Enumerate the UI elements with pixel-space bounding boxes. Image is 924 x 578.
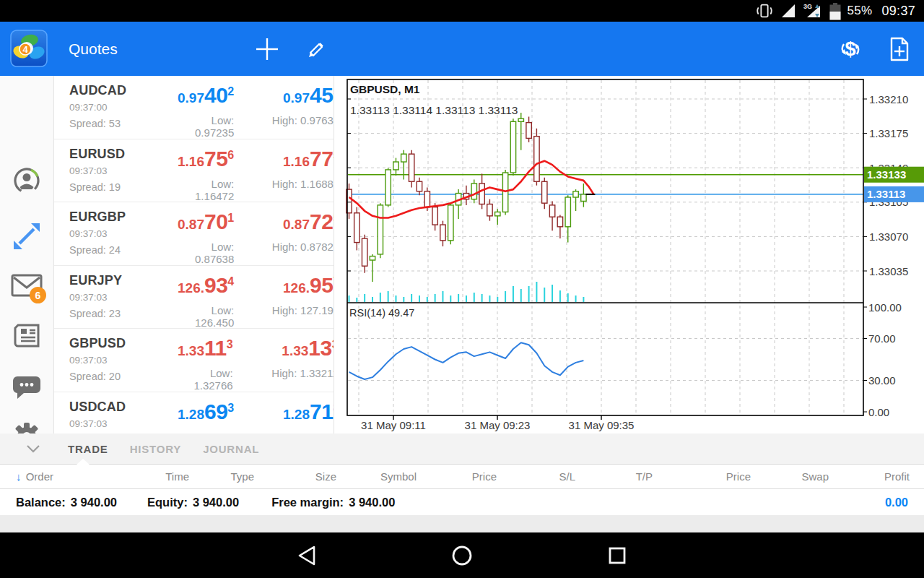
back-triangle-icon	[297, 545, 316, 566]
sidebar-item-settings[interactable]	[12, 421, 42, 434]
chart-grid	[348, 80, 863, 415]
nav-recents-button[interactable]	[588, 532, 646, 578]
quote-ask-price: 1.33133	[233, 336, 334, 361]
quote-high: High: 0.97634	[234, 114, 334, 126]
new-chart-button[interactable]	[879, 22, 920, 76]
column-header-time[interactable]: Time	[94, 470, 189, 483]
app-header: 4 Quotes $	[0, 22, 924, 76]
total-profit-value: 0.00	[885, 496, 908, 509]
quote-high: High: 1.33211	[233, 367, 334, 379]
quote-low: Low: 1.16472	[178, 178, 234, 202]
quote-row-EURJPY[interactable]: EURJPY09:37:03Spread: 23126.934Low: 126.…	[54, 266, 334, 329]
quote-bid-price: 126.934	[178, 273, 234, 298]
quote-bid-cell: 0.97402Low: 0.97235	[178, 83, 234, 139]
quote-ask-cell: 1.33133High: 1.33211	[233, 336, 334, 392]
quote-symbol: EURJPY	[69, 273, 178, 288]
quote-symbol-cell: EURUSD09:37:03Spread: 19	[69, 147, 178, 202]
chart-border	[347, 79, 863, 415]
edit-symbols-button[interactable]	[296, 22, 336, 76]
time-axis-label: 31 May 09:23	[465, 419, 531, 431]
free-margin-value: 3 940.00	[349, 496, 395, 509]
column-header-sl[interactable]: S/L	[497, 470, 575, 483]
battery-icon	[829, 2, 841, 20]
quote-ask-cell: 1.28718	[234, 400, 334, 434]
price-tick-label: 1.33070	[869, 230, 908, 243]
quote-row-AUDCAD[interactable]: AUDCAD09:37:00Spread: 530.97402Low: 0.97…	[54, 76, 334, 139]
signal-icon	[780, 3, 796, 19]
quote-row-GBPUSD[interactable]: GBPUSD09:37:03Spread: 201.33113Low: 1.32…	[54, 329, 334, 392]
quote-ask-cell: 0.87725High: 0.87826	[234, 210, 334, 265]
quote-low: Low: 0.97235	[178, 114, 234, 139]
sidebar-item-news[interactable]	[12, 323, 41, 349]
quote-bid-cell: 1.16756Low: 1.16472	[178, 147, 234, 202]
quote-time: 09:37:03	[69, 355, 178, 366]
quote-ask-price: 0.97455	[234, 83, 334, 108]
quote-ask-price: 126.957	[234, 273, 334, 298]
quote-ask-price: 1.16775	[234, 147, 334, 171]
sidebar-item-account[interactable]	[12, 166, 41, 195]
gbpusd-m1-chart[interactable]: 1.332101.331751.331401.331051.330701.330…	[345, 76, 924, 434]
metatrader-app: 3G 55% 09:37 4 Quote	[0, 0, 924, 578]
price-tick-label: 1.33210	[869, 93, 908, 105]
column-header-price2[interactable]: Price	[653, 470, 751, 483]
chevron-down-icon	[26, 444, 40, 453]
quote-time: 09:37:03	[69, 228, 178, 239]
tab-journal[interactable]: JOURNAL	[203, 443, 259, 455]
tab-trade[interactable]: TRADE	[68, 443, 108, 455]
quote-row-USDCAD[interactable]: USDCAD09:37:031.286931.28718	[54, 392, 334, 434]
quote-symbol: AUDCAD	[69, 83, 178, 98]
battery-percent: 55%	[847, 4, 873, 18]
active-tab-notch	[77, 459, 90, 465]
status-bar: 3G 55% 09:37	[0, 0, 924, 22]
dollar-exchange-icon: $	[836, 35, 865, 64]
quote-symbol: GBPUSD	[69, 336, 178, 351]
quote-row-EURGBP[interactable]: EURGBP09:37:03Spread: 240.87701Low: 0.87…	[54, 202, 334, 266]
column-header-type[interactable]: Type	[189, 470, 254, 483]
quote-symbol-cell: GBPUSD09:37:03Spread: 20	[69, 336, 178, 392]
column-header-swap[interactable]: Swap	[751, 470, 829, 483]
chart-symbol-label: GBPUSD, M1	[350, 83, 420, 95]
column-header-tp[interactable]: T/P	[575, 470, 653, 483]
balance-value: 3 940.00	[71, 496, 117, 509]
column-header-size[interactable]: Size	[254, 470, 336, 483]
sidebar-item-trades[interactable]	[12, 222, 41, 251]
column-header-symbol[interactable]: Symbol	[336, 470, 417, 483]
column-header-price[interactable]: Price	[417, 470, 497, 483]
dock-tab-bar: TRADEHISTORYJOURNAL	[0, 434, 924, 465]
mt4-logo[interactable]: 4	[10, 30, 48, 67]
orders-table-header: ↓ OrderTimeTypeSizeSymbolPriceS/LT/PPric…	[0, 465, 924, 489]
quote-row-EURUSD[interactable]: EURUSD09:37:03Spread: 191.16756Low: 1.16…	[54, 139, 334, 203]
add-symbol-button[interactable]	[247, 22, 287, 76]
svg-text:4: 4	[22, 44, 28, 55]
home-circle-icon	[451, 545, 473, 566]
quote-bid-cell: 1.28693	[178, 400, 234, 434]
quote-symbol-cell: USDCAD09:37:03	[69, 400, 178, 434]
collapse-dock-button[interactable]	[13, 444, 53, 453]
quote-spread: Spread: 24	[69, 244, 178, 256]
quote-low: Low: 126.450	[178, 304, 234, 329]
quote-bid-price: 1.28693	[178, 400, 234, 424]
quote-bid-price: 0.97402	[178, 83, 234, 108]
tab-history[interactable]: HISTORY	[130, 443, 181, 455]
quote-symbol: EURUSD	[69, 147, 178, 162]
nav-back-button[interactable]	[278, 532, 336, 578]
mail-unread-badge: 6	[30, 287, 46, 303]
rsi-tick-label: 0.00	[868, 406, 889, 418]
chart-panel[interactable]: 1.332101.331751.331401.331051.330701.330…	[345, 76, 924, 434]
nav-home-button[interactable]	[433, 532, 491, 578]
mobile-data-icon: 3G	[803, 2, 823, 20]
quote-low: Low: 0.87638	[178, 241, 234, 265]
column-header-order[interactable]: ↓ Order	[0, 470, 94, 483]
price-tick-label: 1.33175	[869, 127, 908, 139]
status-clock: 09:37	[881, 4, 915, 19]
column-header-profit[interactable]: Profit	[829, 470, 910, 483]
vibrate-icon	[755, 2, 774, 20]
quote-spread: Spread: 20	[69, 371, 178, 382]
quote-bid-cell: 1.33113Low: 1.32766	[178, 336, 233, 392]
sidebar-item-chat[interactable]	[12, 374, 41, 401]
new-order-currency-button[interactable]: $	[830, 22, 871, 76]
rsi-indicator-label: RSI(14) 49.47	[349, 307, 414, 319]
quote-time: 09:37:03	[69, 418, 178, 429]
sidebar: 6	[0, 76, 54, 434]
quote-spread: Spread: 53	[69, 118, 178, 129]
